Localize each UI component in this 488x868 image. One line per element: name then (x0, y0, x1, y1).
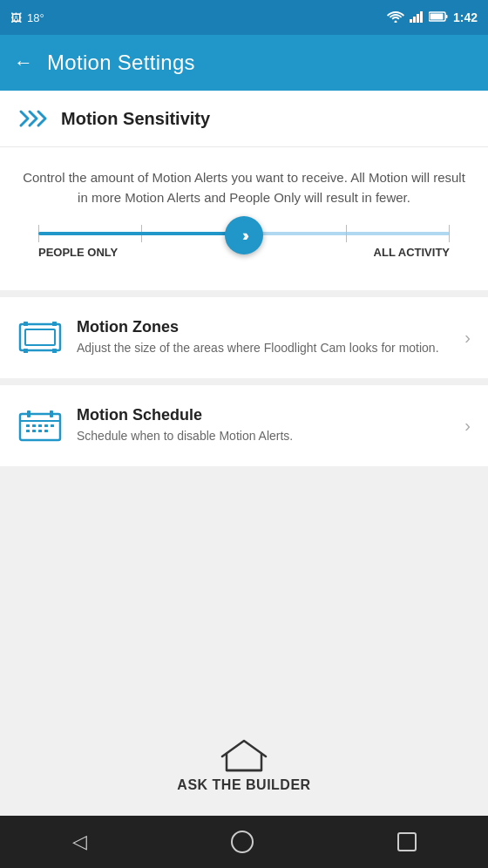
tick-5 (449, 225, 450, 242)
svg-rect-7 (445, 15, 447, 18)
house-icon (218, 737, 270, 772)
slider-track[interactable]: ›› (38, 232, 450, 235)
nav-bar: ◁ (0, 816, 488, 868)
motion-zones-item[interactable]: Motion Zones Adjust the size of the area… (0, 297, 488, 378)
motion-schedule-text: Motion Schedule Schedule when to disable… (77, 406, 451, 445)
motion-schedule-item[interactable]: Motion Schedule Schedule when to disable… (0, 385, 488, 466)
status-right: 1:42 (387, 10, 478, 25)
nav-back-button[interactable]: ◁ (72, 831, 87, 853)
section-title: Motion Sensitivity (61, 109, 210, 129)
sensitivity-body: Control the amount of Motion Alerts you … (0, 147, 488, 290)
signal-icon (410, 10, 424, 25)
wifi-icon (387, 10, 404, 25)
svg-rect-2 (413, 17, 416, 23)
svg-rect-22 (51, 424, 54, 427)
branding-text: ASK THE BUILDER (177, 777, 310, 793)
motion-sensitivity-card: Motion Sensitivity Control the amount of… (0, 91, 488, 290)
time: 1:42 (453, 10, 478, 24)
svg-point-0 (394, 20, 396, 23)
battery-icon (429, 10, 448, 24)
svg-rect-24 (32, 430, 36, 432)
svg-rect-13 (52, 349, 57, 353)
back-button[interactable]: ← (14, 51, 33, 74)
svg-rect-21 (44, 424, 48, 427)
slider-container: ›› PEOPLE ONLY ALL ACTIVITY (21, 232, 467, 283)
app-bar: ← Motion Settings (0, 35, 488, 91)
slider-fill (38, 232, 244, 235)
svg-rect-12 (24, 349, 28, 353)
motion-zones-title: Motion Zones (77, 318, 451, 336)
slider-thumb[interactable]: ›› (225, 216, 263, 254)
motion-schedule-icon (17, 403, 63, 448)
svg-rect-11 (52, 322, 57, 326)
motion-chevrons-icon (17, 106, 49, 131)
svg-rect-18 (26, 424, 30, 427)
svg-rect-9 (25, 329, 55, 345)
motion-zones-text: Motion Zones Adjust the size of the area… (77, 318, 451, 357)
svg-rect-16 (27, 410, 30, 417)
tick-4 (346, 225, 347, 242)
thumb-arrows-icon: ›› (242, 227, 246, 245)
image-icon: 🖼 (10, 11, 22, 24)
svg-rect-23 (26, 430, 30, 432)
motion-zones-icon (17, 315, 63, 360)
svg-rect-19 (32, 424, 36, 427)
app-bar-title: Motion Settings (47, 51, 195, 75)
motion-zones-card[interactable]: Motion Zones Adjust the size of the area… (0, 297, 488, 378)
content: Motion Sensitivity Control the amount of… (0, 91, 488, 466)
motion-schedule-card[interactable]: Motion Schedule Schedule when to disable… (0, 385, 488, 466)
motion-schedule-subtitle: Schedule when to disable Motion Alerts. (77, 428, 451, 445)
temperature: 18° (27, 11, 44, 24)
nav-recents-button[interactable] (397, 832, 417, 851)
svg-rect-26 (44, 430, 48, 432)
svg-rect-4 (420, 11, 423, 23)
svg-rect-1 (410, 19, 412, 23)
motion-schedule-title: Motion Schedule (77, 406, 451, 424)
svg-rect-6 (430, 14, 443, 20)
status-left: 🖼 18° (10, 11, 44, 24)
motion-zones-chevron-icon: › (464, 328, 471, 348)
slider-label-right: ALL ACTIVITY (374, 246, 450, 259)
svg-rect-17 (50, 410, 53, 417)
branding: ASK THE BUILDER (0, 723, 488, 807)
sensitivity-description: Control the amount of Motion Alerts you … (21, 168, 467, 207)
status-bar: 🖼 18° (0, 0, 488, 35)
svg-rect-10 (24, 322, 28, 326)
motion-zones-subtitle: Adjust the size of the areas where Flood… (77, 340, 451, 357)
svg-rect-20 (38, 424, 42, 427)
svg-rect-25 (38, 430, 42, 432)
section-header: Motion Sensitivity (0, 91, 488, 147)
slider-label-left: PEOPLE ONLY (38, 246, 118, 259)
nav-home-button[interactable] (231, 831, 254, 853)
motion-schedule-chevron-icon: › (464, 416, 471, 436)
svg-rect-3 (417, 14, 419, 23)
